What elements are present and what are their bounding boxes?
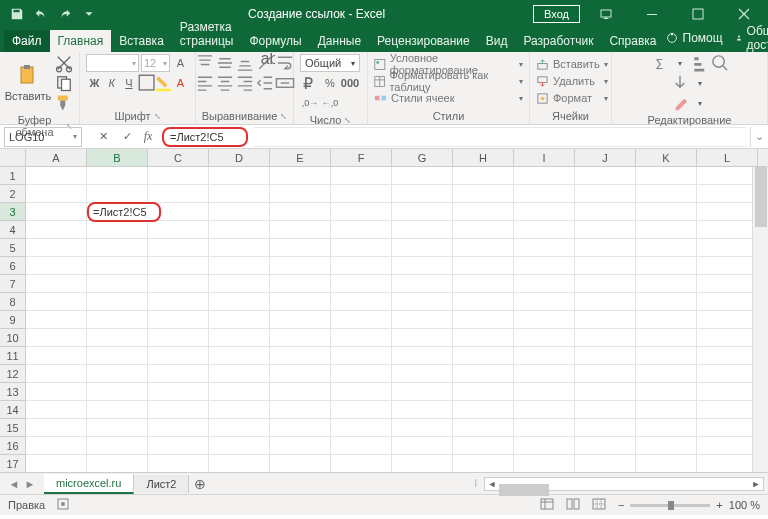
col-header-E[interactable]: E — [270, 149, 331, 166]
sheet-tab-1[interactable]: microexcel.ru — [44, 474, 134, 494]
launcher-icon[interactable]: ⤡ — [344, 116, 351, 125]
cell[interactable] — [636, 239, 697, 257]
cell[interactable] — [26, 203, 87, 221]
cell[interactable] — [87, 455, 148, 473]
share-button[interactable]: Общий доступ — [735, 24, 768, 52]
zoom-in-icon[interactable]: + — [716, 499, 722, 511]
cell[interactable] — [636, 221, 697, 239]
zoom-slider[interactable] — [630, 504, 710, 507]
hscroll-right-icon[interactable]: ► — [749, 479, 763, 489]
cell[interactable] — [26, 365, 87, 383]
col-header-I[interactable]: I — [514, 149, 575, 166]
cell[interactable] — [697, 275, 758, 293]
cell[interactable] — [209, 293, 270, 311]
cell[interactable] — [148, 437, 209, 455]
cell[interactable] — [331, 203, 392, 221]
cell[interactable] — [392, 455, 453, 473]
cell[interactable] — [392, 419, 453, 437]
cell[interactable] — [453, 257, 514, 275]
cell[interactable] — [514, 347, 575, 365]
currency-icon[interactable]: ₽ — [300, 74, 320, 92]
cell[interactable] — [270, 311, 331, 329]
cell[interactable] — [636, 437, 697, 455]
cell[interactable] — [392, 185, 453, 203]
cell[interactable] — [209, 257, 270, 275]
font-name-select[interactable]: ▾ — [86, 54, 139, 72]
percent-icon[interactable]: % — [320, 74, 340, 92]
cell[interactable] — [331, 239, 392, 257]
macro-record-icon[interactable] — [57, 498, 69, 512]
vertical-scrollbar[interactable] — [752, 167, 768, 472]
italic-icon[interactable]: К — [103, 74, 120, 92]
cell[interactable] — [270, 365, 331, 383]
cell[interactable] — [636, 455, 697, 473]
autosum-dropdown-icon[interactable]: ▾ — [670, 54, 690, 72]
cell[interactable] — [87, 329, 148, 347]
wrap-text-icon[interactable] — [275, 54, 295, 72]
cell[interactable] — [148, 347, 209, 365]
cell[interactable] — [453, 275, 514, 293]
fill-icon[interactable] — [670, 74, 690, 92]
cell[interactable] — [697, 347, 758, 365]
cell[interactable] — [26, 347, 87, 365]
fill-dropdown-icon[interactable]: ▾ — [690, 74, 710, 92]
cell[interactable] — [697, 257, 758, 275]
zoom-slider-knob[interactable] — [668, 501, 674, 510]
cell[interactable] — [270, 257, 331, 275]
cell[interactable] — [26, 329, 87, 347]
row-header-13[interactable]: 13 — [0, 383, 25, 401]
orientation-icon[interactable]: ab — [255, 54, 275, 72]
col-header-J[interactable]: J — [575, 149, 636, 166]
cell[interactable] — [270, 383, 331, 401]
login-button[interactable]: Вход — [533, 5, 580, 23]
cell[interactable] — [270, 275, 331, 293]
cell[interactable] — [270, 401, 331, 419]
cell[interactable] — [453, 347, 514, 365]
cell[interactable] — [209, 239, 270, 257]
cell[interactable] — [392, 221, 453, 239]
cell[interactable] — [392, 437, 453, 455]
cell[interactable] — [331, 437, 392, 455]
cell[interactable] — [697, 383, 758, 401]
col-header-B[interactable]: B — [87, 149, 148, 166]
cell[interactable] — [392, 329, 453, 347]
sheet-nav-prev-icon[interactable]: ◄ — [6, 475, 22, 493]
row-header-14[interactable]: 14 — [0, 401, 25, 419]
cell[interactable] — [331, 293, 392, 311]
ribbon-options-icon[interactable] — [586, 0, 626, 28]
cell[interactable] — [26, 167, 87, 185]
cell[interactable] — [392, 257, 453, 275]
font-size-select[interactable]: 12▾ — [141, 54, 170, 72]
enter-formula-icon[interactable]: ✓ — [116, 127, 138, 147]
cell[interactable] — [514, 239, 575, 257]
formula-bar[interactable]: =Лист2!C5 — [162, 127, 248, 147]
autosum-icon[interactable]: ∑ — [650, 54, 670, 72]
tellme-button[interactable]: Помощ — [665, 31, 723, 45]
align-top-icon[interactable] — [195, 54, 215, 72]
cell[interactable] — [453, 221, 514, 239]
cell[interactable] — [270, 203, 331, 221]
view-normal-icon[interactable] — [540, 498, 554, 512]
cell[interactable] — [331, 365, 392, 383]
cell[interactable] — [575, 167, 636, 185]
row-header-15[interactable]: 15 — [0, 419, 25, 437]
cell[interactable] — [636, 257, 697, 275]
cell[interactable] — [209, 185, 270, 203]
cell[interactable] — [87, 293, 148, 311]
tab-review[interactable]: Рецензирование — [369, 30, 478, 52]
cell[interactable] — [148, 167, 209, 185]
row-header-12[interactable]: 12 — [0, 365, 25, 383]
cell[interactable] — [514, 455, 575, 473]
cell[interactable] — [209, 221, 270, 239]
find-icon[interactable] — [710, 54, 730, 72]
number-format-select[interactable]: Общий▾ — [300, 54, 360, 72]
cell[interactable] — [392, 347, 453, 365]
cell[interactable] — [209, 365, 270, 383]
hscroll-thumb[interactable] — [499, 484, 549, 496]
cell[interactable] — [575, 275, 636, 293]
cell[interactable] — [697, 437, 758, 455]
cell[interactable] — [575, 437, 636, 455]
cell[interactable] — [87, 185, 148, 203]
cell[interactable] — [87, 347, 148, 365]
bold-icon[interactable]: Ж — [86, 74, 103, 92]
